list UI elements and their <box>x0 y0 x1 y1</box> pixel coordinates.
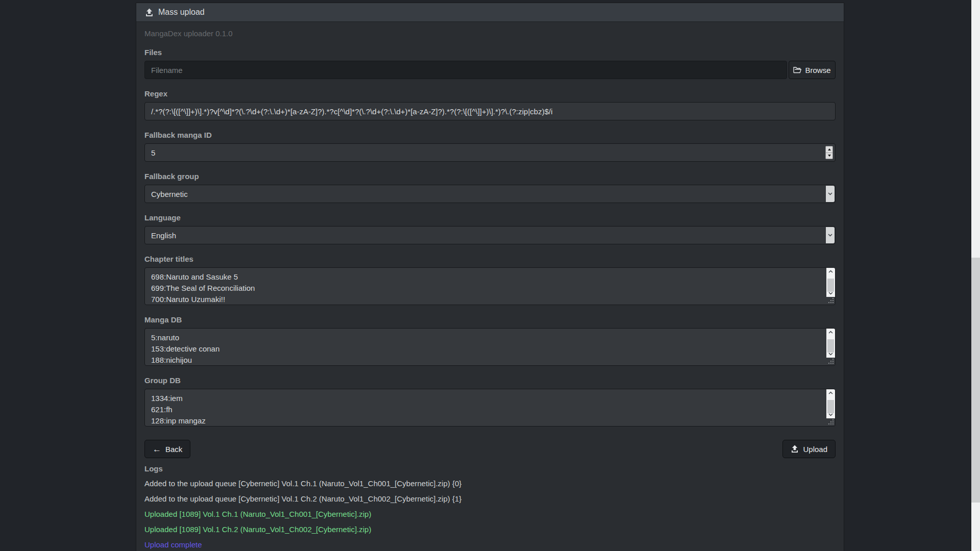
browse-button[interactable]: Browse <box>789 61 836 79</box>
scroll-up-icon[interactable] <box>826 331 835 334</box>
spinner-down-button[interactable] <box>826 153 832 159</box>
regex-label: Regex <box>144 89 836 98</box>
action-buttons-row: ← Back Upload <box>144 440 836 458</box>
filename-input[interactable] <box>144 61 787 79</box>
language-label: Language <box>144 213 836 222</box>
fallback-manga-id-field <box>144 143 836 162</box>
log-entry: Added to the upload queue [Cybernetic] V… <box>144 479 836 488</box>
group-db-field: 1334:iem 621:fh 128:inp mangaz <box>144 389 836 427</box>
fallback-group-value: Cybernetic <box>151 190 188 198</box>
page-scrollbar-thumb[interactable] <box>971 258 980 503</box>
resize-grip[interactable] <box>828 297 834 304</box>
scrollbar-thumb[interactable] <box>827 400 834 413</box>
scrollbar-thumb[interactable] <box>827 339 834 353</box>
resize-grip[interactable] <box>828 358 834 364</box>
browse-button-label: Browse <box>805 66 830 74</box>
select-dropdown-strip[interactable] <box>826 186 835 202</box>
regex-input[interactable] <box>144 102 836 120</box>
fallback-manga-id-label: Fallback manga ID <box>144 131 836 139</box>
select-dropdown-strip[interactable] <box>826 227 835 243</box>
log-entry: Uploaded [1089] Vol.1 Ch.2 (Naruto_Vol1_… <box>144 525 836 534</box>
fallback-group-select[interactable]: Cybernetic <box>144 185 836 203</box>
manga-db-field: 5:naruto 153:detective conan 188:nichijo… <box>144 328 836 366</box>
manga-db-textarea[interactable]: 5:naruto 153:detective conan 188:nichijo… <box>144 328 836 366</box>
manga-db-label: Manga DB <box>144 315 836 324</box>
logs-label: Logs <box>144 464 836 473</box>
files-label: Files <box>144 48 836 57</box>
chevron-down-icon <box>828 192 832 195</box>
scrollbar-thumb[interactable] <box>827 279 834 292</box>
language-value: English <box>151 231 176 240</box>
window-titlebar: Mass upload <box>136 3 844 22</box>
triangle-down-icon <box>828 155 831 157</box>
log-entry: Upload complete <box>144 540 836 549</box>
upload-icon <box>791 445 799 453</box>
textarea-scrollbar[interactable] <box>826 329 835 358</box>
chevron-down-icon <box>828 234 832 237</box>
fallback-group-label: Fallback group <box>144 172 836 181</box>
back-button-label: Back <box>165 445 182 454</box>
files-row: Browse <box>144 61 836 79</box>
scroll-up-icon[interactable] <box>826 391 835 394</box>
language-select[interactable]: English <box>144 226 836 244</box>
chapter-titles-field: 698:Naruto and Sasuke 5 699:The Seal of … <box>144 267 836 305</box>
upload-icon <box>145 8 154 17</box>
fallback-manga-id-input[interactable] <box>144 143 836 162</box>
back-button[interactable]: ← Back <box>144 440 190 458</box>
group-db-label: Group DB <box>144 376 836 385</box>
textarea-scrollbar[interactable] <box>826 268 835 297</box>
log-entry: Added to the upload queue [Cybernetic] V… <box>144 494 836 504</box>
log-entry: Uploaded [1089] Vol.1 Ch.1 (Naruto_Vol1_… <box>144 510 836 519</box>
page-scrollbar[interactable] <box>971 0 980 551</box>
window-title: Mass upload <box>158 8 205 17</box>
chapter-titles-label: Chapter titles <box>144 255 836 263</box>
number-spinner <box>825 146 833 159</box>
group-db-textarea[interactable]: 1334:iem 621:fh 128:inp mangaz <box>144 389 836 427</box>
scroll-down-icon[interactable] <box>826 353 835 356</box>
resize-grip[interactable] <box>828 419 834 425</box>
textarea-scrollbar[interactable] <box>826 389 835 418</box>
scroll-down-icon[interactable] <box>826 413 835 416</box>
app-version-text: MangaDex uploader 0.1.0 <box>144 29 836 38</box>
folder-open-icon <box>793 67 801 73</box>
mass-upload-window: Mass upload MangaDex uploader 0.1.0 File… <box>136 3 844 551</box>
upload-button-label: Upload <box>803 445 827 454</box>
scroll-down-icon[interactable] <box>826 292 835 295</box>
chapter-titles-textarea[interactable]: 698:Naruto and Sasuke 5 699:The Seal of … <box>144 267 836 305</box>
scroll-up-icon[interactable] <box>826 270 835 273</box>
upload-button[interactable]: Upload <box>782 440 836 458</box>
spinner-up-button[interactable] <box>826 146 832 153</box>
left-arrow-icon: ← <box>153 445 161 454</box>
triangle-up-icon <box>828 148 831 151</box>
form-content: MangaDex uploader 0.1.0 Files Browse Reg… <box>136 29 844 549</box>
